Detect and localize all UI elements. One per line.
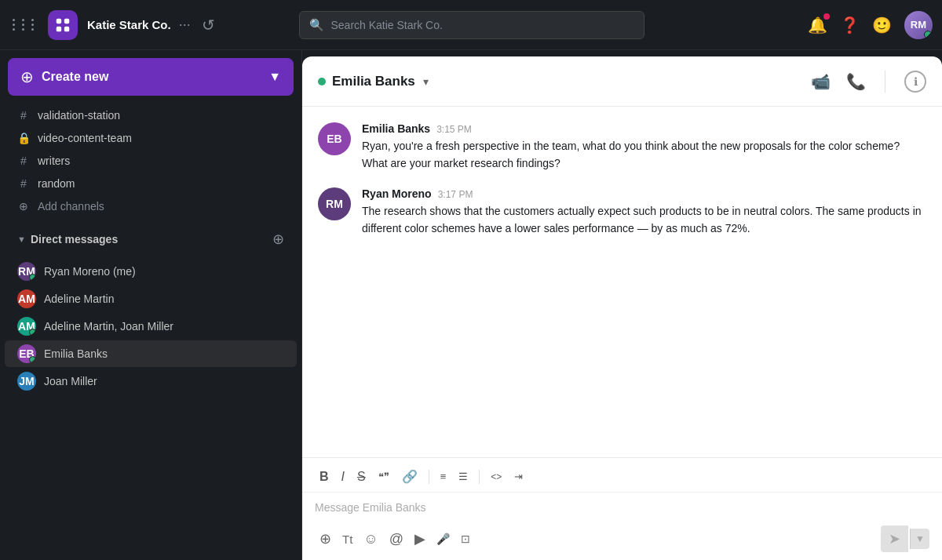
grid-menu-icon[interactable] [9, 16, 42, 34]
video-call-icon[interactable]: 📹 [811, 72, 831, 91]
sidebar-item-label: writers [38, 155, 70, 167]
canvas-button[interactable]: ⊡ [456, 529, 475, 548]
sidebar: ⊕ Create new ▼ # validation-station 🔒 vi… [0, 50, 302, 560]
dm-avatar: JM [17, 372, 36, 391]
dm-item-joan-miller[interactable]: JM Joan Miller [5, 368, 297, 395]
input-bottom-actions: ⊕ Tt ☺ @ ▶ 🎤 ⊡ [315, 527, 475, 551]
search-bar[interactable]: 🔍 [299, 11, 644, 39]
chat-header-actions: 📹 📞 ℹ [811, 71, 926, 93]
add-channels-button[interactable]: ⊕ Add channels [5, 195, 297, 217]
dm-name: Adeline Martin, Joan Miller [44, 320, 173, 333]
add-channels-icon: ⊕ [17, 200, 30, 213]
toolbar-separator [429, 470, 429, 484]
chat-header-divider [885, 71, 885, 93]
bold-button[interactable]: B [315, 467, 334, 487]
blockquote-button[interactable]: ❝❞ [374, 467, 394, 485]
clip-button[interactable]: ▶ [410, 527, 430, 551]
ordered-list-button[interactable]: ≡ [436, 467, 451, 485]
dm-avatar: AM [17, 317, 36, 336]
sidebar-item-label: random [38, 177, 75, 190]
create-new-button[interactable]: ⊕ Create new ▼ [8, 58, 294, 96]
create-new-label: Create new [42, 70, 108, 84]
sidebar-item-validation-station[interactable]: # validation-station [5, 104, 297, 126]
dm-item-ryan-moreno[interactable]: RM Ryan Moreno (me) [5, 258, 297, 285]
dm-avatar: EB [17, 344, 36, 363]
svg-rect-1 [64, 18, 69, 23]
message-text: Ryan, you're a fresh perspective in the … [362, 138, 926, 172]
sidebar-item-random[interactable]: # random [5, 173, 297, 195]
main-layout: ⊕ Create new ▼ # validation-station 🔒 vi… [0, 50, 942, 560]
toolbar-separator [479, 470, 480, 484]
dm-section-header[interactable]: ▼ Direct messages ⊕ [5, 224, 297, 254]
add-attachment-button[interactable]: ⊕ [315, 527, 336, 551]
send-button[interactable]: ➤ [881, 525, 908, 552]
search-input[interactable] [330, 19, 634, 31]
message-input-area: B I S ❝❞ 🔗 ≡ ☰ <> ⇥ ⊕ Tt ☺ @ [302, 457, 942, 560]
emoji-icon[interactable]: 🙂 [872, 16, 892, 35]
create-new-plus-icon: ⊕ [20, 67, 34, 86]
audio-button[interactable]: 🎤 [432, 529, 455, 548]
message-sender: Ryan Moreno [362, 187, 432, 200]
sidebar-item-video-content-team[interactable]: 🔒 video-content-team [5, 127, 297, 149]
svg-rect-0 [57, 18, 61, 23]
dm-name: Ryan Moreno (me) [44, 265, 136, 278]
mention-button[interactable]: @ [385, 528, 408, 551]
formatting-toolbar: B I S ❝❞ 🔗 ≡ ☰ <> ⇥ [302, 458, 942, 493]
message-avatar: EB [318, 122, 351, 155]
sidebar-item-label: validation-station [38, 109, 120, 122]
chat-header-chevron-icon[interactable]: ▾ [423, 75, 429, 88]
workspace-menu-icon[interactable]: ··· [179, 16, 191, 33]
chat-area: Emilia Banks ▾ 📹 📞 ℹ EB Emilia Banks 3:1… [302, 56, 942, 560]
dm-item-adeline-joan[interactable]: AM Adeline Martin, Joan Miller [5, 313, 297, 340]
dm-chevron-icon: ▼ [17, 235, 26, 244]
dm-avatar: AM [17, 289, 36, 308]
dm-item-adeline-martin[interactable]: AM Adeline Martin [5, 285, 297, 312]
unordered-list-button[interactable]: ☰ [454, 467, 473, 485]
indent-button[interactable]: ⇥ [509, 467, 528, 485]
message-time: 3:15 PM [436, 124, 472, 135]
input-bottom-bar: ⊕ Tt ☺ @ ▶ 🎤 ⊡ ➤ ▼ [302, 521, 942, 560]
dm-item-emilia-banks[interactable]: EB Emilia Banks [5, 340, 297, 367]
phone-call-icon[interactable]: 📞 [846, 72, 866, 91]
svg-rect-2 [57, 26, 61, 31]
online-status-indicator [318, 78, 326, 85]
sidebar-item-label: video-content-team [38, 132, 132, 144]
message-content: Emilia Banks 3:15 PM Ryan, you're a fres… [362, 122, 926, 172]
dm-name: Adeline Martin [44, 293, 115, 305]
message-avatar: RM [318, 187, 351, 220]
dm-name: Joan Miller [44, 375, 97, 387]
help-icon[interactable]: ❓ [840, 16, 860, 35]
emoji-picker-button[interactable]: ☺ [359, 528, 382, 551]
info-icon[interactable]: ℹ [904, 71, 926, 93]
italic-button[interactable]: I [337, 467, 349, 487]
user-avatar[interactable]: RM [904, 11, 933, 39]
message-text: The research shows that the customers ac… [362, 203, 926, 237]
text-format-button[interactable]: Tt [338, 529, 357, 549]
add-channels-label: Add channels [38, 200, 104, 213]
chat-header-user[interactable]: Emilia Banks ▾ [318, 74, 811, 89]
dm-list: RM Ryan Moreno (me) AM Adeline Martin AM… [0, 257, 301, 395]
chat-header: Emilia Banks ▾ 📹 📞 ℹ [302, 56, 942, 107]
message-time: 3:17 PM [438, 189, 473, 200]
send-button-group: ➤ ▼ [881, 525, 929, 552]
history-icon[interactable]: ↺ [202, 16, 215, 35]
message-header: Ryan Moreno 3:17 PM [362, 187, 926, 200]
dm-name: Emilia Banks [44, 347, 108, 360]
hash-icon: # [17, 155, 30, 167]
topbar: Katie Stark Co. ··· ↺ 🔍 🔔 ❓ 🙂 RM [0, 0, 942, 50]
send-options-button[interactable]: ▼ [910, 529, 929, 549]
message-content: Ryan Moreno 3:17 PM The research shows t… [362, 187, 926, 237]
notification-badge [823, 13, 830, 20]
workspace-logo[interactable] [48, 10, 78, 40]
chat-contact-name: Emilia Banks [332, 74, 415, 89]
message-input[interactable] [315, 501, 929, 514]
notifications-icon[interactable]: 🔔 [808, 16, 827, 35]
strikethrough-button[interactable]: S [352, 467, 371, 487]
hash-icon: # [17, 109, 30, 122]
channels-section: # validation-station 🔒 video-content-tea… [0, 100, 301, 221]
sidebar-item-writers[interactable]: # writers [5, 150, 297, 172]
link-button[interactable]: 🔗 [397, 466, 422, 487]
code-button[interactable]: <> [486, 468, 506, 485]
message-input-field[interactable] [302, 493, 942, 521]
dm-add-icon[interactable]: ⊕ [272, 231, 284, 248]
